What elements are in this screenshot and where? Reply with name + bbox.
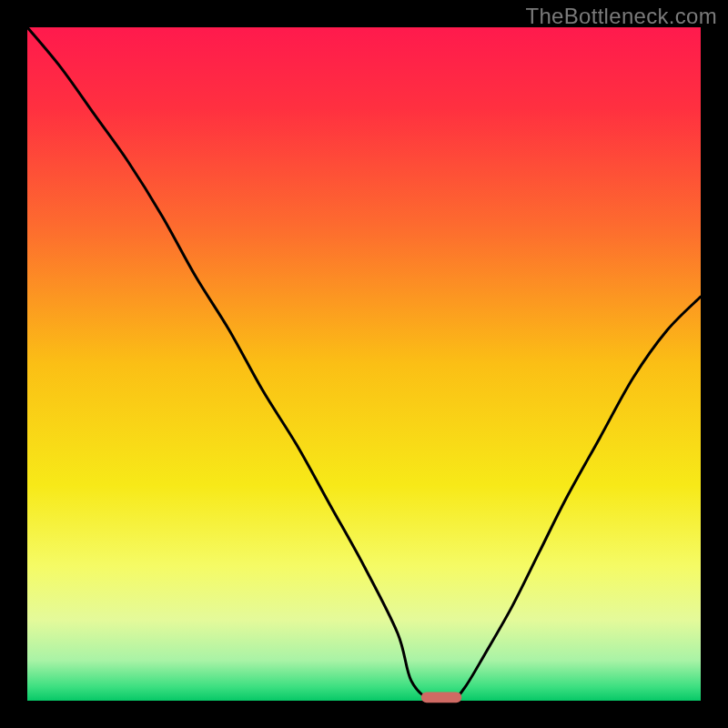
plot-background	[27, 27, 701, 701]
watermark-label: TheBottleneck.com	[525, 4, 717, 29]
chart-frame: TheBottleneck.com	[0, 0, 728, 728]
optimal-range-marker	[421, 692, 461, 703]
bottleneck-chart	[0, 0, 728, 728]
